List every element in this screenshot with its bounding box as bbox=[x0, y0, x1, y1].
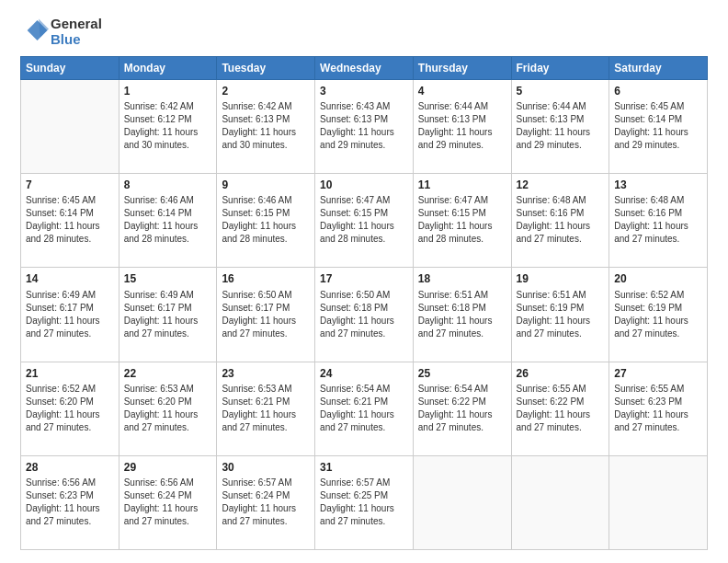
col-header-sunday: Sunday bbox=[21, 57, 119, 80]
calendar-cell: 10Sunrise: 6:47 AM Sunset: 6:15 PM Dayli… bbox=[315, 174, 414, 268]
day-info: Sunrise: 6:43 AM Sunset: 6:13 PM Dayligh… bbox=[320, 100, 408, 152]
day-info: Sunrise: 6:54 AM Sunset: 6:21 PM Dayligh… bbox=[320, 383, 408, 434]
calendar-cell: 6Sunrise: 6:45 AM Sunset: 6:14 PM Daylig… bbox=[609, 80, 708, 174]
day-number: 2 bbox=[222, 84, 310, 98]
day-info: Sunrise: 6:46 AM Sunset: 6:14 PM Dayligh… bbox=[124, 194, 212, 246]
col-header-saturday: Saturday bbox=[609, 57, 708, 80]
calendar-cell: 20Sunrise: 6:52 AM Sunset: 6:19 PM Dayli… bbox=[609, 268, 708, 362]
calendar-cell: 13Sunrise: 6:48 AM Sunset: 6:16 PM Dayli… bbox=[609, 174, 708, 268]
col-header-friday: Friday bbox=[511, 57, 609, 80]
day-info: Sunrise: 6:50 AM Sunset: 6:18 PM Dayligh… bbox=[320, 289, 408, 340]
day-number: 30 bbox=[222, 460, 310, 475]
calendar-week-3: 14Sunrise: 6:49 AM Sunset: 6:17 PM Dayli… bbox=[21, 268, 708, 362]
day-info: Sunrise: 6:42 AM Sunset: 6:13 PM Dayligh… bbox=[222, 100, 310, 152]
day-info: Sunrise: 6:45 AM Sunset: 6:14 PM Dayligh… bbox=[26, 194, 114, 246]
day-info: Sunrise: 6:51 AM Sunset: 6:19 PM Dayligh… bbox=[517, 289, 605, 340]
day-number: 7 bbox=[26, 178, 114, 192]
day-info: Sunrise: 6:52 AM Sunset: 6:20 PM Dayligh… bbox=[26, 383, 114, 434]
col-header-tuesday: Tuesday bbox=[217, 57, 315, 80]
calendar-cell: 25Sunrise: 6:54 AM Sunset: 6:22 PM Dayli… bbox=[413, 362, 511, 455]
calendar-cell: 29Sunrise: 6:56 AM Sunset: 6:24 PM Dayli… bbox=[119, 455, 217, 549]
day-info: Sunrise: 6:53 AM Sunset: 6:21 PM Dayligh… bbox=[222, 383, 310, 434]
day-info: Sunrise: 6:44 AM Sunset: 6:13 PM Dayligh… bbox=[418, 100, 506, 152]
day-number: 31 bbox=[320, 460, 408, 475]
calendar-cell: 16Sunrise: 6:50 AM Sunset: 6:17 PM Dayli… bbox=[217, 268, 315, 362]
calendar-week-4: 21Sunrise: 6:52 AM Sunset: 6:20 PM Dayli… bbox=[21, 362, 708, 455]
day-number: 8 bbox=[124, 178, 212, 192]
day-info: Sunrise: 6:56 AM Sunset: 6:24 PM Dayligh… bbox=[124, 477, 212, 528]
calendar-cell: 31Sunrise: 6:57 AM Sunset: 6:25 PM Dayli… bbox=[315, 455, 414, 549]
day-number: 11 bbox=[418, 178, 506, 192]
calendar-cell: 18Sunrise: 6:51 AM Sunset: 6:18 PM Dayli… bbox=[413, 268, 511, 362]
calendar-week-2: 7Sunrise: 6:45 AM Sunset: 6:14 PM Daylig… bbox=[21, 174, 708, 268]
day-info: Sunrise: 6:48 AM Sunset: 6:16 PM Dayligh… bbox=[614, 194, 702, 246]
calendar-week-5: 28Sunrise: 6:56 AM Sunset: 6:23 PM Dayli… bbox=[21, 455, 708, 549]
day-number: 6 bbox=[614, 84, 702, 98]
calendar-cell: 24Sunrise: 6:54 AM Sunset: 6:21 PM Dayli… bbox=[315, 362, 414, 455]
day-number: 12 bbox=[517, 178, 605, 192]
calendar-cell bbox=[609, 455, 708, 549]
day-info: Sunrise: 6:55 AM Sunset: 6:22 PM Dayligh… bbox=[517, 383, 605, 434]
day-info: Sunrise: 6:46 AM Sunset: 6:15 PM Dayligh… bbox=[222, 194, 310, 246]
day-number: 1 bbox=[124, 84, 212, 98]
day-number: 4 bbox=[418, 84, 506, 98]
header: General Blue bbox=[20, 17, 708, 47]
col-header-thursday: Thursday bbox=[413, 57, 511, 80]
day-number: 18 bbox=[418, 271, 506, 286]
day-info: Sunrise: 6:42 AM Sunset: 6:12 PM Dayligh… bbox=[124, 100, 212, 152]
day-info: Sunrise: 6:54 AM Sunset: 6:22 PM Dayligh… bbox=[418, 383, 506, 434]
calendar-cell: 30Sunrise: 6:57 AM Sunset: 6:24 PM Dayli… bbox=[217, 455, 315, 549]
calendar-cell: 3Sunrise: 6:43 AM Sunset: 6:13 PM Daylig… bbox=[315, 80, 414, 174]
calendar-cell: 9Sunrise: 6:46 AM Sunset: 6:15 PM Daylig… bbox=[217, 174, 315, 268]
calendar-cell: 4Sunrise: 6:44 AM Sunset: 6:13 PM Daylig… bbox=[413, 80, 511, 174]
calendar-cell: 5Sunrise: 6:44 AM Sunset: 6:13 PM Daylig… bbox=[511, 80, 609, 174]
day-number: 14 bbox=[26, 271, 114, 286]
day-number: 17 bbox=[320, 271, 408, 286]
calendar-cell: 19Sunrise: 6:51 AM Sunset: 6:19 PM Dayli… bbox=[511, 268, 609, 362]
day-number: 25 bbox=[418, 366, 506, 381]
calendar-cell: 21Sunrise: 6:52 AM Sunset: 6:20 PM Dayli… bbox=[21, 362, 119, 455]
day-number: 15 bbox=[124, 271, 212, 286]
calendar-header-row: SundayMondayTuesdayWednesdayThursdayFrid… bbox=[21, 57, 708, 80]
day-info: Sunrise: 6:57 AM Sunset: 6:24 PM Dayligh… bbox=[222, 477, 310, 528]
calendar-cell bbox=[21, 80, 119, 174]
day-number: 19 bbox=[517, 271, 605, 286]
day-info: Sunrise: 6:49 AM Sunset: 6:17 PM Dayligh… bbox=[26, 289, 114, 340]
logo-icon bbox=[23, 17, 49, 43]
day-info: Sunrise: 6:56 AM Sunset: 6:23 PM Dayligh… bbox=[26, 477, 114, 528]
day-number: 29 bbox=[124, 460, 212, 475]
calendar-cell: 12Sunrise: 6:48 AM Sunset: 6:16 PM Dayli… bbox=[511, 174, 609, 268]
calendar-cell: 28Sunrise: 6:56 AM Sunset: 6:23 PM Dayli… bbox=[21, 455, 119, 549]
day-number: 22 bbox=[124, 366, 212, 381]
svg-marker-1 bbox=[39, 18, 49, 37]
day-number: 9 bbox=[222, 178, 310, 192]
calendar-cell: 8Sunrise: 6:46 AM Sunset: 6:14 PM Daylig… bbox=[119, 174, 217, 268]
calendar-cell: 7Sunrise: 6:45 AM Sunset: 6:14 PM Daylig… bbox=[21, 174, 119, 268]
day-number: 23 bbox=[222, 366, 310, 381]
calendar-table: SundayMondayTuesdayWednesdayThursdayFrid… bbox=[20, 56, 708, 550]
day-number: 20 bbox=[614, 271, 702, 286]
day-info: Sunrise: 6:57 AM Sunset: 6:25 PM Dayligh… bbox=[320, 477, 408, 528]
col-header-wednesday: Wednesday bbox=[315, 57, 414, 80]
calendar-cell: 22Sunrise: 6:53 AM Sunset: 6:20 PM Dayli… bbox=[119, 362, 217, 455]
day-number: 10 bbox=[320, 178, 408, 192]
logo-general: General bbox=[51, 17, 102, 32]
calendar-cell: 15Sunrise: 6:49 AM Sunset: 6:17 PM Dayli… bbox=[119, 268, 217, 362]
day-info: Sunrise: 6:49 AM Sunset: 6:17 PM Dayligh… bbox=[124, 289, 212, 340]
calendar-cell bbox=[511, 455, 609, 549]
day-number: 21 bbox=[26, 366, 114, 381]
day-info: Sunrise: 6:50 AM Sunset: 6:17 PM Dayligh… bbox=[222, 289, 310, 340]
calendar-cell: 27Sunrise: 6:55 AM Sunset: 6:23 PM Dayli… bbox=[609, 362, 708, 455]
day-info: Sunrise: 6:55 AM Sunset: 6:23 PM Dayligh… bbox=[614, 383, 702, 434]
calendar-week-1: 1Sunrise: 6:42 AM Sunset: 6:12 PM Daylig… bbox=[21, 80, 708, 174]
day-info: Sunrise: 6:52 AM Sunset: 6:19 PM Dayligh… bbox=[614, 289, 702, 340]
day-info: Sunrise: 6:47 AM Sunset: 6:15 PM Dayligh… bbox=[320, 194, 408, 246]
day-number: 3 bbox=[320, 84, 408, 98]
day-info: Sunrise: 6:48 AM Sunset: 6:16 PM Dayligh… bbox=[517, 194, 605, 246]
calendar-cell: 23Sunrise: 6:53 AM Sunset: 6:21 PM Dayli… bbox=[217, 362, 315, 455]
day-info: Sunrise: 6:44 AM Sunset: 6:13 PM Dayligh… bbox=[517, 100, 605, 152]
calendar-cell: 11Sunrise: 6:47 AM Sunset: 6:15 PM Dayli… bbox=[413, 174, 511, 268]
calendar-cell: 14Sunrise: 6:49 AM Sunset: 6:17 PM Dayli… bbox=[21, 268, 119, 362]
col-header-monday: Monday bbox=[119, 57, 217, 80]
calendar-cell bbox=[413, 455, 511, 549]
